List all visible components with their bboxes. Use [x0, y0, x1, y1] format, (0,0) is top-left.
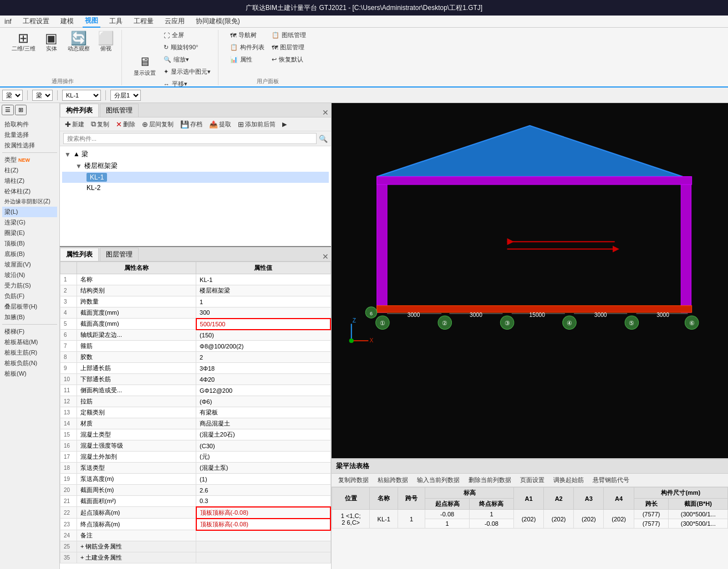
- btn-swap-start[interactable]: 调换起始筋: [551, 475, 586, 485]
- component-panel-close[interactable]: ✕: [320, 108, 331, 117]
- ribbon-btn-reset[interactable]: ↩ 恢复默认: [269, 54, 309, 65]
- attr-row-6[interactable]: 6轴线距梁左边...(150): [60, 330, 331, 341]
- sidebar-item-concol[interactable]: 砼体柱(Z): [2, 186, 57, 197]
- sidebar-item-topplate[interactable]: 顶板(B): [2, 238, 57, 249]
- tree-toggle-floor-frame[interactable]: ▼: [75, 162, 82, 170]
- btn-more[interactable]: ▶: [281, 120, 288, 129]
- ribbon-btn-zoom[interactable]: 🔍 缩放▾: [161, 54, 213, 65]
- btn-new[interactable]: ✚ 新建: [63, 120, 86, 129]
- attr-row-25[interactable]: 25+ 钢筋业务属性: [60, 541, 331, 552]
- sidebar-item-pilemain[interactable]: 桩板主筋(R): [2, 347, 57, 358]
- sidebar-item-batch[interactable]: 批量选择: [2, 130, 57, 140]
- sidebar-item-pileneg[interactable]: 桩板负筋(N): [2, 358, 57, 368]
- tree-node-kl1[interactable]: KL-1: [62, 172, 329, 183]
- attr-row-7[interactable]: 7箍筋Φ8@100/200(2): [60, 341, 331, 352]
- attr-row-18[interactable]: 18泵送类型(混凝土泵): [60, 463, 331, 474]
- sidebar-item-sloperoof[interactable]: 坡屋面(V): [2, 259, 57, 270]
- attr-row-23[interactable]: 23终点顶标高(m)顶板顶标高(-0.08): [60, 519, 331, 530]
- sidebar-item-stress[interactable]: 受力筋(S): [2, 280, 57, 291]
- ribbon-btn-navtree[interactable]: 🗺 导航树: [227, 30, 267, 40]
- toolbar-select-layer[interactable]: 分层1: [110, 90, 141, 101]
- sidebar-item-beam[interactable]: 梁(L): [2, 207, 57, 217]
- attr-row-value[interactable]: [196, 552, 330, 563]
- attr-row-19[interactable]: 19泵送高度(m)(1): [60, 474, 331, 485]
- tree-node-floor-frame[interactable]: ▼ 楼层框架梁: [62, 160, 329, 172]
- ribbon-btn-layers[interactable]: 🗺 图层管理: [269, 42, 309, 53]
- sidebar-grid-btn[interactable]: ⊞: [15, 105, 27, 115]
- attr-row-9[interactable]: 9上部通长筋3Φ18: [60, 363, 331, 374]
- sidebar-item-stair[interactable]: 楼梯(F): [2, 326, 57, 337]
- attr-row-14[interactable]: 14材质商品混凝土: [60, 418, 331, 429]
- menu-item-cloud[interactable]: 云应用: [162, 16, 187, 27]
- tab-component-list[interactable]: 构件列表: [60, 104, 99, 117]
- tab-layer-mgmt[interactable]: 图层管理: [100, 248, 139, 261]
- attr-row-4[interactable]: 4截面宽度(mm)300: [60, 307, 331, 319]
- attr-row-17[interactable]: 17混凝土外加剂(元): [60, 452, 331, 463]
- btn-archive[interactable]: 💾 存档: [179, 120, 204, 129]
- btn-copy-span[interactable]: 复制跨数据: [336, 475, 371, 485]
- attr-row-11[interactable]: 11侧面构造或受...GΦ12@200: [60, 385, 331, 396]
- ribbon-btn-fullscreen[interactable]: ⛶ 全屏: [161, 30, 213, 40]
- attr-row-16[interactable]: 16混凝土强度等级(C30): [60, 440, 331, 452]
- sidebar-item-column[interactable]: 柱(Z): [2, 165, 57, 176]
- menu-item-view[interactable]: 视图: [83, 15, 100, 28]
- attr-row-13[interactable]: 13定额类别有梁板: [60, 407, 331, 418]
- sidebar-item-linbeam[interactable]: 连梁(G): [2, 217, 57, 228]
- menu-item-model[interactable]: 建模: [58, 16, 76, 27]
- sidebar-item-attr-select[interactable]: 按属性选择: [2, 140, 57, 151]
- sidebar-item-ringbeam[interactable]: 圈梁(E): [2, 228, 57, 238]
- tree-node-kl2[interactable]: KL-2: [62, 183, 329, 193]
- sidebar-item-type[interactable]: 类型 NEW: [2, 155, 57, 165]
- sidebar-item-wallcol[interactable]: 墙柱(Z): [2, 176, 57, 186]
- tree-node-beam[interactable]: ▼ ▲ 梁: [62, 148, 329, 160]
- btn-delete-col[interactable]: 删除当前列数据: [466, 475, 513, 485]
- sidebar-item-neg[interactable]: 负筋(F): [2, 291, 57, 301]
- attr-row-35[interactable]: 35+ 土建业务属性: [60, 552, 331, 563]
- attr-row-22[interactable]: 22起点顶标高(m)顶板顶标高(-0.08): [60, 507, 331, 519]
- ribbon-btn-top[interactable]: ⬜ 俯视: [95, 30, 117, 54]
- search-icon[interactable]: 🔍: [319, 135, 328, 143]
- btn-delete[interactable]: ✕ 删除: [114, 120, 137, 129]
- toolbar-select-component[interactable]: KL-1 KL-2: [62, 90, 101, 101]
- sidebar-item-layered[interactable]: 叠层板带(H): [2, 301, 57, 312]
- attr-row-5[interactable]: 5截面高度(mm)500/1500: [60, 319, 331, 330]
- attr-row-15[interactable]: 15混凝土类型(混凝土20石): [60, 429, 331, 440]
- toolbar-select-subtype[interactable]: 梁: [32, 90, 53, 101]
- sidebar-item-pick[interactable]: 拾取构件: [2, 119, 57, 130]
- ribbon-btn-2d3d[interactable]: ⊞ 二维/三维: [9, 30, 38, 54]
- btn-copy[interactable]: ⧉ 复制: [89, 119, 111, 129]
- menu-item-inf[interactable]: inf: [2, 17, 14, 27]
- sidebar-item-pileplate[interactable]: 桩板基础(M): [2, 337, 57, 347]
- btn-extract[interactable]: 📤 提取: [207, 120, 233, 129]
- sidebar-item-botplate[interactable]: 底板(B): [2, 249, 57, 259]
- ribbon-btn-attributes[interactable]: 📊 属性: [227, 54, 267, 65]
- menu-item-tools[interactable]: 工具: [107, 16, 125, 27]
- attr-panel-close[interactable]: ✕: [320, 252, 331, 261]
- sidebar-item-slope[interactable]: 坡沿(N): [2, 270, 57, 280]
- tab-drawing-mgmt[interactable]: 图纸管理: [100, 104, 139, 117]
- btn-cantilever-code[interactable]: 悬臂钢筋代号: [590, 475, 632, 485]
- sidebar-item-pileplate2[interactable]: 桩板(W): [2, 368, 57, 379]
- attr-row-20[interactable]: 20截面周长(m)2.6: [60, 485, 331, 496]
- attr-row-12[interactable]: 12拉筋(Φ6): [60, 396, 331, 407]
- ribbon-btn-rotate[interactable]: ↻ 顺旋转90°: [161, 42, 213, 53]
- menu-item-collab[interactable]: 协同建模(限免): [194, 16, 242, 27]
- btn-paste-span[interactable]: 粘贴跨数据: [375, 475, 410, 485]
- attr-row-8[interactable]: 8胶数2: [60, 352, 331, 363]
- attr-row-3[interactable]: 3跨数量1: [60, 296, 331, 307]
- attr-row-21[interactable]: 21截面面积(m²)0.3: [60, 496, 331, 507]
- ribbon-btn-dynamic[interactable]: 🔄 动态观察: [65, 30, 93, 54]
- btn-floor-copy[interactable]: ⊕ 层间复制: [140, 120, 175, 129]
- attr-row-1[interactable]: 1名称KL-1: [60, 274, 331, 285]
- menu-item-project-settings[interactable]: 工程设置: [21, 16, 52, 27]
- tree-toggle-beam[interactable]: ▼: [64, 151, 71, 158]
- attr-row-10[interactable]: 10下部通长筋4Φ20: [60, 374, 331, 385]
- attr-row-2[interactable]: 2结构类别楼层框架梁: [60, 285, 331, 296]
- tab-attr-list[interactable]: 属性列表: [60, 248, 99, 261]
- btn-add-prev-next[interactable]: ⊞ 添加前后筒: [236, 120, 277, 129]
- btn-input-col[interactable]: 输入当前列数据: [415, 475, 462, 485]
- ribbon-btn-complist[interactable]: 📋 构件列表: [227, 42, 267, 53]
- menu-item-quantities[interactable]: 工程量: [131, 16, 156, 27]
- toolbar-select-type[interactable]: 梁: [2, 90, 23, 101]
- sidebar-list-btn[interactable]: ☰: [2, 105, 14, 115]
